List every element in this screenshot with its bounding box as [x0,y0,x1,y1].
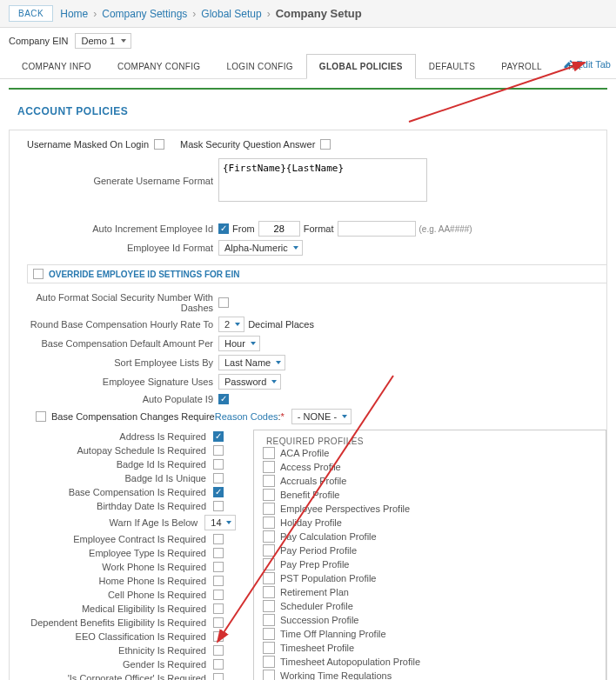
profile-checkbox[interactable] [263,489,275,501]
edit-tab-link[interactable]: Edit Tab [563,59,611,70]
crumb-global-setup[interactable]: Global Setup [201,8,261,20]
warn-age-select[interactable]: 14 [204,515,236,530]
emp-type-required-checkbox[interactable] [213,548,224,558]
profile-label: Pay Period Profile [280,545,357,556]
medical-eligibility-required-checkbox[interactable] [213,603,224,614]
profile-checkbox[interactable] [263,517,275,529]
profile-row: Retirement Plan [263,585,597,599]
emp-contract-required-checkbox[interactable] [213,534,224,544]
home-phone-required-checkbox[interactable] [213,576,224,586]
ethnicity-required-label: Ethnicity Is Required [10,645,211,656]
generate-username-format-input[interactable] [218,158,427,202]
tab-company-info[interactable]: COMPANY INFO [9,54,104,78]
dependent-benefits-required-checkbox[interactable] [213,617,224,628]
tab-payroll[interactable]: PAYROLL [488,54,555,78]
profile-label: Time Off Planning Profile [280,629,386,639]
profile-label: ACA Profile [280,448,329,458]
birthday-required-checkbox[interactable] [213,501,224,511]
ein-label: Company EIN [9,36,68,46]
profile-checkbox[interactable] [263,628,275,640]
required-profiles-title: REQUIRED PROFILES [263,437,367,446]
sort-lists-select[interactable]: Last Name [218,355,285,370]
tab-login-config[interactable]: LOGIN CONFIG [213,54,305,78]
profile-checkbox[interactable] [263,656,275,668]
profile-label: Timesheet Profile [280,643,354,653]
tab-defaults[interactable]: DEFAULTS [416,54,488,78]
auto-populate-i9-checkbox[interactable] [218,394,229,404]
profile-checkbox[interactable] [263,600,275,612]
profile-checkbox[interactable] [263,586,275,598]
ssn-dashes-checkbox[interactable] [218,297,229,308]
bc-changes-require-checkbox[interactable] [36,411,46,422]
profile-row: Pay Prep Profile [263,557,597,571]
auto-increment-checkbox[interactable] [218,223,229,234]
employee-id-format-label: Employee Id Format [10,243,218,253]
required-profiles-fieldset: REQUIRED PROFILES ACA ProfileAccess Prof… [253,430,606,680]
profile-row: Time Off Planning Profile [263,627,597,641]
profile-checkbox[interactable] [263,670,275,680]
profile-row: Succession Profile [263,613,597,627]
profile-checkbox[interactable] [263,544,275,557]
profile-checkbox[interactable] [263,461,275,473]
profile-checkbox[interactable] [263,530,275,543]
ethnicity-required-checkbox[interactable] [213,645,224,656]
signature-uses-label: Employee Signature Uses [10,377,218,387]
profile-checkbox[interactable] [263,447,275,459]
home-phone-required-label: Home Phone Is Required [10,576,211,586]
corporate-officer-required-checkbox[interactable] [213,673,224,680]
round-rate-label: Round Base Compensation Hourly Rate To [10,319,218,330]
profile-row: Benefit Profile [263,488,597,502]
crumb-company-settings[interactable]: Company Settings [102,8,187,20]
format-input[interactable] [338,221,416,237]
cell-phone-required-checkbox[interactable] [213,590,224,600]
profile-label: Benefit Profile [280,490,339,500]
reason-codes-select[interactable]: - NONE - [291,409,352,424]
profile-label: Scheduler Profile [280,601,353,611]
bc-default-per-select[interactable]: Hour [218,336,260,351]
profile-checkbox[interactable] [263,558,275,570]
gender-required-checkbox[interactable] [213,659,224,670]
mask-security-question-checkbox[interactable] [320,139,331,150]
bc-required-checkbox[interactable] [213,487,224,497]
tab-global-policies[interactable]: GLOBAL POLICIES [306,54,416,79]
section-title: ACCOUNT POLICIES [0,90,616,130]
profile-checkbox[interactable] [263,503,275,515]
employee-id-format-select[interactable]: Alpha-Numeric [218,240,303,256]
ein-bar: Company EIN Demo 1 [0,28,616,54]
eeo-required-checkbox[interactable] [213,631,224,642]
from-label: From [232,223,255,234]
profile-row: Scheduler Profile [263,599,597,613]
sort-lists-label: Sort Employee Lists By [10,357,218,368]
profile-row: ACA Profile [263,446,597,460]
reason-codes-link[interactable]: Reason Codes [215,411,278,422]
required-fields-column: Address Is Required Autopay Schedule Is … [10,430,236,680]
badge-unique-checkbox[interactable] [213,473,224,483]
crumb-home[interactable]: Home [60,8,88,20]
tab-company-config[interactable]: COMPANY CONFIG [104,54,214,78]
address-required-checkbox[interactable] [213,431,224,442]
dependent-benefits-required-label: Dependent Benefits Eligibility Is Requir… [10,617,211,628]
top-checks-row: Username Masked On Login Mask Security Q… [27,139,606,157]
profile-checkbox[interactable] [263,642,275,654]
ein-select[interactable]: Demo 1 [75,33,131,49]
profile-row: Pay Calculation Profile [263,530,597,543]
profile-label: Holiday Profile [280,517,342,528]
autopay-required-checkbox[interactable] [213,445,224,456]
username-masked-checkbox[interactable] [154,139,164,150]
from-value-input[interactable] [258,221,300,237]
back-button[interactable]: BACK [9,5,53,22]
override-ein-checkbox[interactable] [33,269,44,279]
profile-checkbox[interactable] [263,475,275,487]
profile-row: Timesheet Autopopulation Profile [263,655,597,669]
badge-required-checkbox[interactable] [213,459,224,470]
signature-uses-select[interactable]: Password [218,374,281,390]
profile-label: Timesheet Autopopulation Profile [280,657,420,667]
profile-row: Working Time Regulations [263,669,597,680]
profile-checkbox[interactable] [263,572,275,584]
bc-changes-require-label: Base Compensation Changes Require [51,411,215,422]
chevron-right-icon: › [192,8,196,20]
profile-checkbox[interactable] [263,614,275,626]
work-phone-required-checkbox[interactable] [213,562,224,572]
round-rate-select[interactable]: 2 [218,317,244,332]
badge-required-label: Badge Id Is Required [10,459,211,470]
